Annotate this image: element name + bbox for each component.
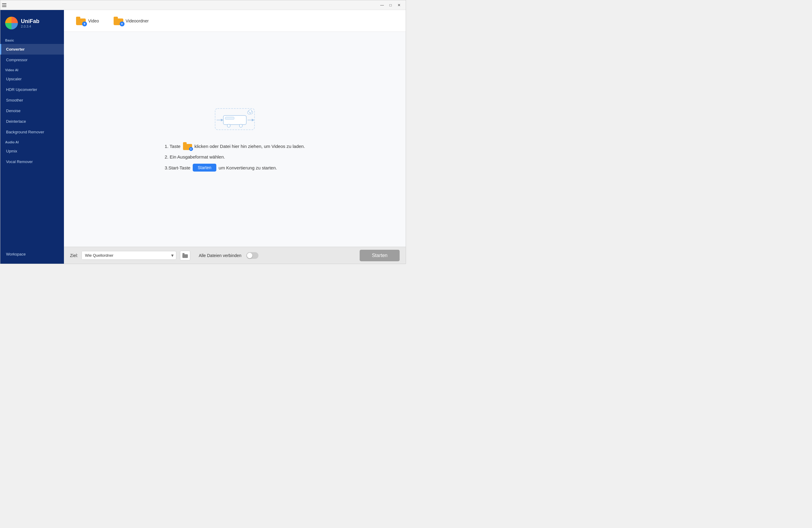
starten-inline-button[interactable]: Starten [193, 164, 216, 172]
instruction3-suffix: um Konvertierung zu starten. [219, 165, 277, 170]
sidebar-item-upmix-label: Upmix [6, 149, 17, 153]
sidebar-item-vocal-remover[interactable]: Vocal Remover [0, 156, 64, 167]
bottom-bar: Ziel: Wie Quellordner ▾ Alle Dateien ver… [64, 247, 406, 264]
instruction1-suffix: klicken oder Datei hier hin ziehen, um V… [194, 144, 305, 149]
drop-svg-icon [214, 107, 256, 131]
svg-rect-11 [183, 253, 185, 255]
minimize-button[interactable]: — [378, 1, 386, 10]
logo-name: UniFab [21, 18, 39, 25]
instruction3-prefix: 3.Start-Taste [164, 165, 190, 170]
sidebar-item-vocal-remover-label: Vocal Remover [6, 159, 33, 164]
sidebar-item-upmix[interactable]: Upmix [0, 146, 64, 156]
sidebar-item-denoise-label: Denoise [6, 109, 20, 113]
browse-folder-button[interactable] [180, 251, 190, 260]
maximize-button[interactable]: □ [386, 1, 395, 10]
instruction2-text: 2. Ein Ausgabeformat wählen. [164, 154, 225, 159]
instruction1-prefix: 1. Taste [164, 144, 180, 149]
section-basic-label: Basic [0, 35, 64, 44]
logo-area: UniFab 2.0.3.4 [0, 13, 64, 35]
logo-text: UniFab 2.0.3.4 [21, 18, 39, 28]
ziel-select[interactable]: Wie Quellordner [82, 251, 169, 259]
instruction-line-2: 2. Ein Ausgabeformat wählen. [164, 154, 305, 159]
content-area: + Video + Videoordner [64, 10, 406, 264]
sidebar-item-denoise[interactable]: Denoise [0, 105, 64, 116]
app-window: — □ ✕ UniFab 2.0.3.4 Basic Converter Com… [0, 0, 406, 264]
folder-video-icon: + [76, 17, 86, 25]
folder-plus-icon: + [82, 22, 87, 26]
sidebar-item-deinterlace-label: Deinterlace [6, 119, 26, 124]
folder-plus-icon-2: + [120, 22, 125, 26]
logo-icon [5, 17, 18, 29]
sidebar-item-background-remover-label: Background Remover [6, 130, 44, 134]
sidebar-item-smoother-label: Smoother [6, 98, 23, 102]
svg-rect-2 [225, 117, 234, 119]
logo-version: 2.0.3.4 [21, 25, 39, 28]
sidebar: UniFab 2.0.3.4 Basic Converter Compresso… [0, 10, 64, 264]
drop-instructions: 1. Taste + klicken oder Datei hier hin z… [164, 142, 305, 172]
toggle-wrap[interactable] [246, 252, 259, 259]
main-content: UniFab 2.0.3.4 Basic Converter Compresso… [0, 10, 406, 264]
toggle-knob [247, 253, 252, 258]
instruction-line-3: 3.Start-Taste Starten um Konvertierung z… [164, 164, 305, 172]
drop-illustration [214, 107, 256, 132]
instruction-line-1: 1. Taste + klicken oder Datei hier hin z… [164, 142, 305, 150]
ziel-select-wrap[interactable]: Wie Quellordner ▾ [82, 251, 176, 260]
section-videoai-label: Video AI [0, 65, 64, 74]
add-folder-button[interactable]: + Videoordner [109, 14, 154, 28]
browse-folder-icon [183, 253, 188, 258]
drop-area: 1. Taste + klicken oder Datei hier hin z… [64, 32, 406, 247]
svg-rect-10 [183, 254, 188, 258]
folder-tab-2 [114, 17, 118, 18]
add-folder-label: Videoordner [126, 18, 149, 23]
toggle-switch[interactable] [246, 252, 259, 259]
close-button[interactable]: ✕ [395, 1, 403, 10]
sidebar-item-hdr-upconverter-label: HDR Upconverter [6, 87, 37, 92]
sidebar-item-upscaler-label: Upscaler [6, 77, 21, 81]
folder-tab [76, 17, 80, 18]
sidebar-item-upscaler[interactable]: Upscaler [0, 74, 64, 84]
sidebar-item-deinterlace[interactable]: Deinterlace [0, 116, 64, 127]
menu-icon[interactable] [0, 1, 8, 9]
sidebar-item-workspace[interactable]: Workspace [0, 248, 64, 261]
sidebar-item-converter[interactable]: Converter [0, 44, 64, 55]
titlebar: — □ ✕ [0, 0, 406, 10]
sidebar-item-workspace-label: Workspace [6, 252, 26, 256]
mini-folder-icon: + [183, 142, 192, 150]
sidebar-item-compressor-label: Compressor [6, 58, 28, 62]
sidebar-item-hdr-upconverter[interactable]: HDR Upconverter [0, 84, 64, 95]
starten-button[interactable]: Starten [360, 250, 400, 261]
sidebar-item-compressor[interactable]: Compressor [0, 55, 64, 65]
folder-videoordner-icon: + [114, 17, 123, 25]
sidebar-spacer [0, 167, 64, 248]
toolbar: + Video + Videoordner [64, 10, 406, 32]
sidebar-item-converter-label: Converter [6, 47, 25, 52]
add-video-label: Video [88, 18, 99, 23]
svg-point-9 [249, 110, 252, 113]
sidebar-item-background-remover[interactable]: Background Remover [0, 127, 64, 137]
alle-dateien-label: Alle Dateien verbinden [199, 253, 242, 258]
sidebar-item-smoother[interactable]: Smoother [0, 95, 64, 105]
svg-point-4 [240, 124, 242, 127]
ziel-label: Ziel: [70, 253, 78, 258]
dropdown-arrow-icon: ▾ [169, 253, 176, 258]
section-audioai-label: Audio AI [0, 137, 64, 146]
svg-point-3 [227, 124, 230, 127]
add-video-button[interactable]: + Video [71, 14, 104, 28]
